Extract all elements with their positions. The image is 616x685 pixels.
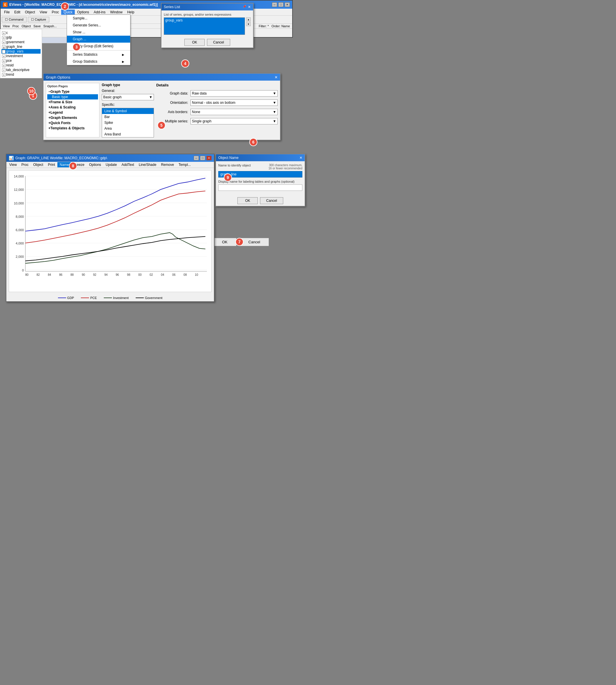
tree-legend[interactable]: +Legend bbox=[47, 110, 98, 115]
workfile-toolbar: View Proc Object Save Snapsh... bbox=[3, 24, 59, 28]
menu-item-group-stats[interactable]: Group Statistics ▶ bbox=[67, 58, 130, 65]
series-stats-label: Series Statistics bbox=[73, 52, 97, 57]
sidebar-item-government[interactable]: sgovernment bbox=[1, 40, 41, 44]
graph-close[interactable]: ✕ bbox=[206, 156, 212, 160]
proc-btn[interactable]: Proc bbox=[13, 24, 19, 28]
series-list-close[interactable]: ✕ bbox=[248, 5, 251, 9]
graph-menu-templ[interactable]: Templ... bbox=[176, 162, 193, 167]
capture-button[interactable]: ☐ Capture bbox=[28, 17, 49, 22]
graph-menu-view[interactable]: View bbox=[7, 162, 19, 167]
display-input[interactable] bbox=[218, 185, 302, 191]
object-name-ok[interactable]: OK bbox=[237, 197, 258, 204]
group-stats-arrow: ▶ bbox=[122, 60, 124, 63]
sidebar-item-resid[interactable]: sresid bbox=[1, 63, 41, 68]
specific-spike[interactable]: Spike bbox=[102, 120, 154, 126]
menu-window[interactable]: Window bbox=[108, 9, 125, 15]
menu-item-graph[interactable]: Graph ... bbox=[67, 36, 130, 43]
specific-bar[interactable]: Bar bbox=[102, 114, 154, 120]
badge-10: 10 bbox=[27, 87, 35, 95]
graph-minimize[interactable]: ─ bbox=[194, 156, 199, 160]
graph-menu-remove[interactable]: Remove bbox=[158, 162, 176, 167]
specific-line-symbol[interactable]: Line & Symbol bbox=[102, 108, 154, 114]
menu-view[interactable]: View bbox=[37, 9, 49, 15]
menu-file[interactable]: File bbox=[2, 9, 12, 15]
sidebar-item-tab-descriptive[interactable]: ttab_descriptive bbox=[1, 68, 41, 72]
title-bar-left: E EViews - [Workfile: MACRO_ECONOMIC - (… bbox=[3, 2, 158, 7]
tree-quick-fonts[interactable]: +Quick Fonts bbox=[47, 120, 98, 126]
close-button[interactable]: ✕ bbox=[285, 2, 290, 7]
legend-gdp-label: GDP bbox=[67, 296, 74, 300]
series-list-cancel[interactable]: Cancel bbox=[207, 39, 230, 46]
tree-graph-elements[interactable]: +Graph Elements bbox=[47, 115, 98, 120]
x-label-92: 92 bbox=[93, 273, 96, 276]
graph-menu-proc[interactable]: Proc bbox=[19, 162, 31, 167]
save-btn[interactable]: Save bbox=[33, 24, 41, 28]
bottom-ok-button[interactable]: OK bbox=[213, 238, 237, 246]
graph-title-bar: 📊 Graph: GRAPH_LINE Workfile: MACRO_ECON… bbox=[6, 154, 214, 162]
menu-addins[interactable]: Add-ins bbox=[91, 9, 108, 15]
sidebar-item-investment[interactable]: sinvestment bbox=[1, 53, 41, 58]
specific-list: Line & Symbol Bar Spike Area Area Band bbox=[102, 108, 154, 137]
orientation-dropdown[interactable]: Normal - obs axis on bottom ▼ bbox=[191, 100, 278, 106]
view-btn[interactable]: View bbox=[3, 24, 10, 28]
tree-basic-type[interactable]: Basic type bbox=[47, 94, 98, 100]
sidebar-item-trend[interactable]: strend bbox=[1, 72, 41, 77]
graph-maximize[interactable]: □ bbox=[200, 156, 205, 160]
badge-5: 5 bbox=[157, 121, 166, 129]
tree-frame-size[interactable]: +Frame & Size bbox=[47, 100, 98, 105]
sidebar-item-graph-line[interactable]: ggraph_line bbox=[1, 44, 41, 49]
graph-menu-addtext[interactable]: AddText bbox=[119, 162, 136, 167]
sidebar: sc sgdp sgovernment ggraph_line ggroup_v… bbox=[0, 29, 42, 78]
axis-borders-dropdown[interactable]: None ▼ bbox=[191, 109, 278, 115]
menu-edit[interactable]: Edit bbox=[12, 9, 23, 15]
x-label-10: 10 bbox=[195, 273, 198, 276]
scroll-up[interactable]: ▲ bbox=[246, 17, 251, 21]
graph-menu-update[interactable]: Update bbox=[104, 162, 119, 167]
series-list-ok[interactable]: OK bbox=[184, 39, 205, 46]
y-label-8000: 8,000 bbox=[16, 215, 24, 218]
sidebar-item-c[interactable]: sc bbox=[1, 30, 41, 35]
badge-2: 2 bbox=[61, 2, 69, 10]
graph-menu-bar: View Proc Object Print Name Freeze Optio… bbox=[6, 162, 214, 168]
series-list-pin[interactable]: 📌 bbox=[243, 5, 246, 9]
graph-data-dropdown[interactable]: Raw data ▼ bbox=[191, 90, 278, 97]
graph-menu-object[interactable]: Object bbox=[31, 162, 45, 167]
orientation-arrow: ▼ bbox=[273, 101, 276, 105]
menu-options[interactable]: Options bbox=[75, 9, 91, 15]
tree-axes-scaling[interactable]: +Axes & Scaling bbox=[47, 105, 98, 110]
multiple-series-dropdown[interactable]: Single graph ▼ bbox=[191, 118, 278, 124]
graph-menu-lineshade[interactable]: Line/Shade bbox=[136, 162, 159, 167]
specific-area[interactable]: Area bbox=[102, 126, 154, 131]
menu-item-sample[interactable]: Sample... bbox=[67, 15, 130, 22]
menu-item-series-stats[interactable]: Series Statistics ▶ bbox=[67, 51, 130, 58]
menu-proc[interactable]: Proc bbox=[49, 9, 62, 15]
badge-9: 9 bbox=[224, 173, 232, 181]
object-btn[interactable]: Object bbox=[21, 24, 31, 28]
menu-quick[interactable]: Quick bbox=[61, 9, 75, 15]
tree-graph-type[interactable]: −Graph Type bbox=[47, 89, 98, 94]
legend-government-label: Government bbox=[145, 296, 162, 300]
order-label: Order: Name bbox=[271, 24, 290, 28]
graph-menu-options[interactable]: Options bbox=[87, 162, 103, 167]
specific-area-band[interactable]: Area Band bbox=[102, 131, 154, 137]
snapsh-btn[interactable]: Snapsh... bbox=[43, 24, 57, 28]
scroll-down[interactable]: ▼ bbox=[246, 22, 251, 26]
menu-object[interactable]: Object bbox=[23, 9, 37, 15]
sidebar-item-pce[interactable]: spce bbox=[1, 58, 41, 63]
sidebar-item-group-vars[interactable]: ggroup_vars bbox=[1, 49, 41, 53]
menu-item-show[interactable]: Show ... bbox=[67, 29, 130, 36]
command-button[interactable]: ☐ Command bbox=[2, 17, 27, 22]
general-dropdown[interactable]: Basic graph ▼ bbox=[102, 94, 154, 100]
graph-menu-print[interactable]: Print bbox=[45, 162, 58, 167]
series-list-input[interactable]: group_vars bbox=[164, 17, 245, 35]
bottom-cancel-button[interactable]: Cancel bbox=[239, 238, 269, 246]
graph-options-close[interactable]: ✕ bbox=[274, 75, 278, 80]
menu-item-generate[interactable]: Generate Series... bbox=[67, 22, 130, 29]
object-name-cancel[interactable]: Cancel bbox=[260, 197, 283, 204]
sidebar-item-gdp[interactable]: sgdp bbox=[1, 35, 41, 40]
minimize-button[interactable]: ─ bbox=[272, 2, 277, 7]
menu-help[interactable]: Help bbox=[125, 9, 137, 15]
object-name-close[interactable]: ✕ bbox=[300, 156, 302, 160]
maximize-button[interactable]: □ bbox=[278, 2, 284, 7]
tree-templates[interactable]: +Templates & Objects bbox=[47, 126, 98, 131]
